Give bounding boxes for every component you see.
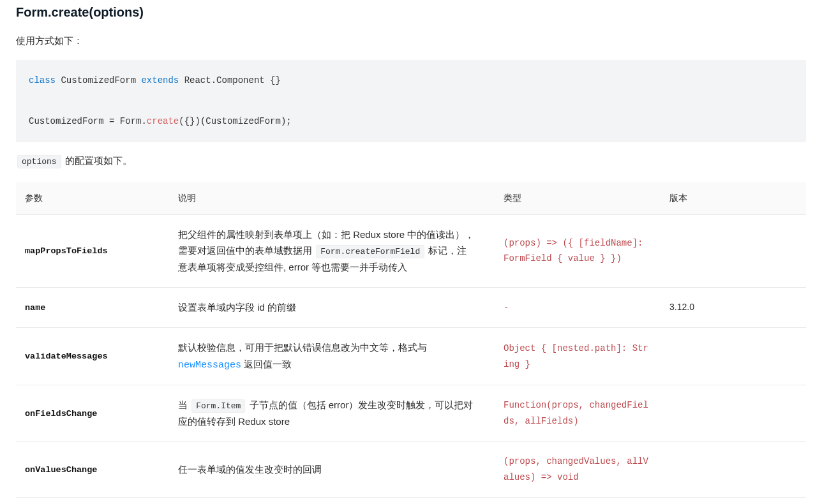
options-code: options: [17, 155, 61, 168]
options-suffix: 的配置项如下。: [63, 155, 132, 166]
version-cell: [661, 214, 806, 288]
desc-cell: 设置表单域内字段 id 的前缀: [169, 288, 495, 328]
table-row: validateMessages默认校验信息，可用于把默认错误信息改为中文等，格…: [16, 328, 806, 385]
param-cell: name: [16, 288, 169, 328]
desc-cell: 当 Form.Item 子节点的值（包括 error）发生改变时触发，可以把对应…: [169, 385, 495, 442]
param-cell: onFieldsChange: [16, 385, 169, 442]
table-row: mapPropsToFields把父组件的属性映射到表单项上（如：把 Redux…: [16, 214, 806, 288]
desc-cell: 任一表单域的值发生改变时的回调: [169, 442, 495, 498]
desc-cell: 默认校验信息，可用于把默认错误信息改为中文等，格式与 newMessages 返…: [169, 328, 495, 385]
version-cell: [661, 385, 806, 442]
version-cell: [661, 328, 806, 385]
api-table: 参数 说明 类型 版本 mapPropsToFields把父组件的属性映射到表单…: [16, 182, 806, 498]
type-cell: (props, changedValues, allValues) => voi…: [495, 442, 661, 498]
section-heading: Form.create(options): [16, 5, 806, 20]
table-header-row: 参数 说明 类型 版本: [16, 182, 806, 215]
param-cell: validateMessages: [16, 328, 169, 385]
doc-link[interactable]: newMessages: [178, 360, 241, 371]
desc-cell: 把父组件的属性映射到表单项上（如：把 Redux store 中的值读出），需要…: [169, 214, 495, 288]
code-example: class CustomizedForm extends React.Compo…: [16, 60, 806, 142]
inline-code: Form.Item: [191, 399, 245, 413]
type-cell: Function(props, changedFields, allFields…: [495, 385, 661, 442]
table-header-param: 参数: [16, 182, 169, 215]
table-row: name设置表单域内字段 id 的前缀-3.12.0: [16, 288, 806, 328]
table-header-type: 类型: [495, 182, 661, 215]
table-header-version: 版本: [661, 182, 806, 215]
type-cell: (props) => ({ [fieldName]: FormField { v…: [495, 214, 661, 288]
version-cell: [661, 442, 806, 498]
options-description: options 的配置项如下。: [16, 155, 806, 167]
intro-text: 使用方式如下：: [16, 35, 806, 47]
table-row: onFieldsChange当 Form.Item 子节点的值（包括 error…: [16, 385, 806, 442]
table-body: mapPropsToFields把父组件的属性映射到表单项上（如：把 Redux…: [16, 214, 806, 497]
table-row: onValuesChange任一表单域的值发生改变时的回调(props, cha…: [16, 442, 806, 498]
param-cell: mapPropsToFields: [16, 214, 169, 288]
param-cell: onValuesChange: [16, 442, 169, 498]
table-header-desc: 说明: [169, 182, 495, 215]
version-cell: 3.12.0: [661, 288, 806, 328]
type-cell: -: [495, 288, 661, 328]
type-cell: Object { [nested.path]: String }: [495, 328, 661, 385]
inline-code: Form.createFormField: [316, 245, 424, 258]
